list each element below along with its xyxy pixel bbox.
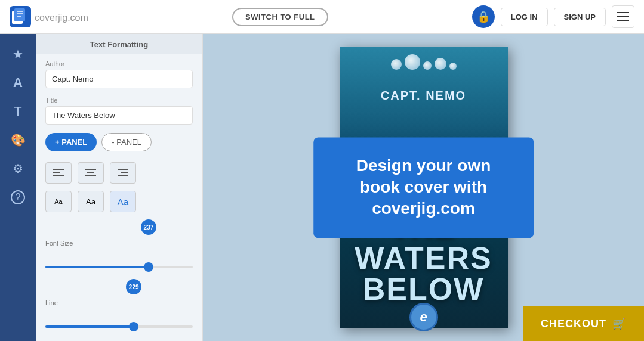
login-button[interactable]: LOG IN: [501, 8, 548, 26]
font-icon: T: [14, 104, 21, 119]
line-spacing-label: Line: [45, 299, 58, 306]
svg-rect-13: [121, 172, 128, 173]
cover-title-line3: BELOW: [340, 274, 508, 305]
svg-rect-10: [87, 172, 94, 173]
panel-section-title: Text Formatting: [36, 34, 202, 54]
svg-rect-5: [17, 16, 21, 17]
font-size-label: Font Size: [45, 240, 73, 247]
canvas-area: CAPT. NEMO THE WATERS BELOW ← Design you…: [203, 34, 644, 341]
font-size-track: [45, 266, 193, 268]
sidebar: ★ A T 🎨 ⚙ ?: [0, 34, 36, 341]
bubble-5: [449, 63, 457, 70]
hamburger-line-1: [617, 12, 629, 13]
svg-rect-8: [53, 175, 64, 176]
lock-button[interactable]: 🔒: [472, 5, 495, 28]
sidebar-item-favorites[interactable]: ★: [5, 41, 31, 67]
cover-author-text: CAPT. NEMO: [340, 89, 508, 103]
author-label: Author: [45, 60, 193, 67]
line-spacing-slider-row: 229 Line: [45, 279, 193, 328]
logo-text: coverjig.com: [35, 10, 88, 24]
align-center-icon: [85, 169, 96, 177]
font-size-slider-row: 237 Font Size: [45, 219, 193, 268]
bubble-2: [405, 54, 420, 70]
header-center: SWITCH TO FULL: [88, 8, 472, 26]
font-size-fill: [45, 266, 149, 268]
align-left-icon: [53, 169, 64, 177]
font-size-thumb[interactable]: [144, 262, 153, 272]
promo-text: Design your own book cover with coverjig…: [337, 155, 510, 220]
logo-icon: [10, 6, 31, 27]
header-right: 🔒 LOG IN SIGN UP: [472, 5, 634, 28]
svg-rect-4: [17, 13, 23, 14]
font-large-button[interactable]: Aa: [110, 191, 136, 212]
svg-rect-7: [53, 172, 60, 173]
font-style-row: Aa Aa Aa: [36, 188, 202, 215]
sidebar-item-settings[interactable]: ⚙: [5, 156, 31, 182]
author-field-group: Author: [36, 54, 202, 91]
remove-panel-button[interactable]: - PANEL: [101, 133, 152, 151]
svg-rect-3: [17, 11, 23, 12]
watermark: e: [409, 303, 438, 331]
hamburger-line-3: [617, 20, 629, 21]
svg-rect-12: [118, 169, 128, 170]
line-spacing-bubble: 229: [126, 279, 141, 294]
add-panel-button[interactable]: + PANEL: [45, 133, 97, 151]
panel-buttons: + PANEL - PANEL: [36, 127, 202, 157]
font-size-bubble: 237: [141, 219, 156, 235]
sidebar-item-help[interactable]: ?: [5, 184, 31, 210]
svg-rect-2: [14, 8, 25, 21]
bubble-3: [423, 61, 432, 70]
cover-bubbles: [391, 54, 457, 70]
logo-suffix: .com: [67, 13, 88, 23]
checkout-cart-icon: 🛒: [612, 317, 626, 330]
header: coverjig.com SWITCH TO FULL 🔒 LOG IN SIG…: [0, 0, 644, 34]
bubble-4: [435, 58, 446, 70]
sidebar-item-text[interactable]: A: [5, 70, 31, 96]
palette-icon: 🎨: [11, 133, 26, 147]
text-icon: A: [13, 75, 23, 91]
watermark-badge: e: [409, 303, 438, 331]
sidebar-item-color[interactable]: 🎨: [5, 127, 31, 153]
svg-rect-6: [53, 169, 64, 170]
svg-rect-9: [85, 169, 96, 170]
font-medium-button[interactable]: Aa: [78, 191, 104, 212]
line-spacing-track: [45, 326, 193, 328]
alignment-row: [36, 157, 202, 188]
gear-icon: ⚙: [13, 162, 23, 176]
logo[interactable]: coverjig.com: [10, 6, 88, 27]
promo-overlay: Design your own book cover with coverjig…: [313, 137, 534, 238]
svg-rect-14: [118, 175, 128, 176]
signup-button[interactable]: SIGN UP: [554, 8, 606, 26]
switch-to-full-button[interactable]: SWITCH TO FULL: [232, 8, 328, 26]
author-input[interactable]: [45, 70, 193, 88]
slider-section: 237 Font Size 229 Line: [36, 215, 202, 340]
align-right-icon: [118, 169, 128, 177]
checkout-label: CHECKOUT: [541, 318, 606, 330]
title-field-group: Title: [36, 91, 202, 127]
left-panel: Text Formatting Author Title + PANEL - P…: [36, 34, 203, 341]
help-icon: ?: [11, 190, 25, 204]
checkout-button[interactable]: CHECKOUT 🛒: [523, 306, 644, 341]
svg-rect-11: [85, 175, 96, 176]
logo-brand: coverjig: [35, 13, 67, 23]
bubble-1: [391, 59, 402, 70]
star-icon: ★: [13, 47, 23, 61]
line-spacing-fill: [45, 326, 134, 328]
line-spacing-thumb[interactable]: [129, 322, 138, 331]
hamburger-line-2: [617, 16, 629, 17]
hamburger-menu[interactable]: [612, 5, 634, 28]
sidebar-item-font[interactable]: T: [5, 98, 31, 125]
font-small-button[interactable]: Aa: [45, 191, 72, 212]
align-left-button[interactable]: [45, 162, 72, 184]
title-label: Title: [45, 97, 193, 104]
align-center-button[interactable]: [78, 162, 104, 184]
cover-title-line2: WATERS: [340, 243, 508, 274]
title-input[interactable]: [45, 106, 193, 125]
align-right-button[interactable]: [110, 162, 136, 184]
